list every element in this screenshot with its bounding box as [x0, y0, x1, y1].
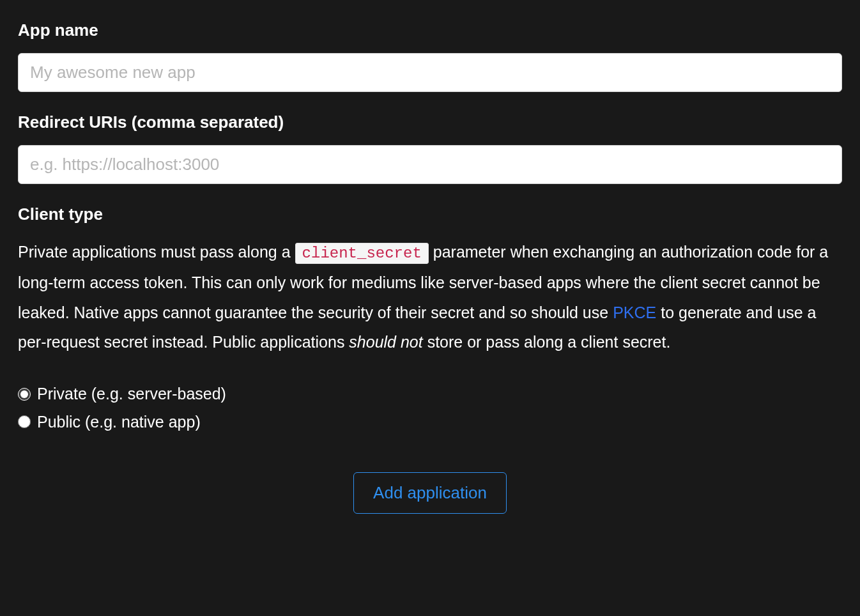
radio-option-public[interactable]: Public (e.g. native app)	[18, 410, 842, 435]
client-type-radio-group: Private (e.g. server-based) Public (e.g.…	[18, 382, 842, 434]
radio-private-input[interactable]	[18, 388, 31, 401]
should-not-emphasis: should not	[349, 333, 422, 351]
redirect-uris-label: Redirect URIs (comma separated)	[18, 110, 842, 135]
radio-option-private[interactable]: Private (e.g. server-based)	[18, 382, 842, 406]
radio-public-input[interactable]	[18, 415, 31, 428]
desc-text-4: store or pass along a client secret.	[423, 333, 671, 351]
pkce-link[interactable]: PKCE	[613, 304, 656, 321]
client-type-description: Private applications must pass along a c…	[18, 237, 842, 357]
app-name-label: App name	[18, 18, 842, 43]
add-application-button[interactable]: Add application	[353, 472, 507, 514]
client-type-label: Client type	[18, 202, 842, 227]
radio-private-label: Private (e.g. server-based)	[37, 382, 226, 406]
app-name-input[interactable]	[18, 53, 842, 92]
client-secret-code: client_secret	[295, 243, 429, 264]
redirect-uris-input[interactable]	[18, 145, 842, 184]
radio-public-label: Public (e.g. native app)	[37, 410, 201, 435]
desc-text-1: Private applications must pass along a	[18, 243, 295, 261]
